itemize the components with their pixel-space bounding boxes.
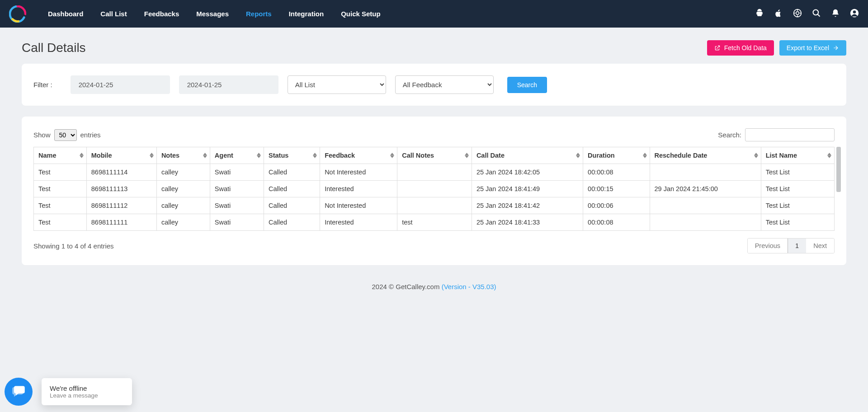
filter-label: Filter : (33, 81, 52, 89)
cell-status: Called (264, 214, 320, 231)
cell-notes: calley (156, 181, 210, 197)
entries-select[interactable]: 50 (54, 129, 77, 141)
cell-duration: 00:00:08 (583, 214, 650, 231)
table-search-label: Search: (718, 131, 741, 139)
column-duration[interactable]: Duration (583, 147, 650, 164)
table-panel: Show 50 entries Search: NameMobileNotesA… (22, 117, 846, 265)
cell-list: Test List (761, 214, 834, 231)
column-call-notes[interactable]: Call Notes (397, 147, 472, 164)
table-row: Test8698111112calleySwatiCalledNot Inter… (34, 197, 835, 214)
column-status[interactable]: Status (264, 147, 320, 164)
search-icon[interactable] (812, 9, 821, 19)
cell-agent: Swati (210, 164, 264, 181)
entries-label: entries (80, 131, 101, 139)
svg-point-4 (853, 10, 856, 14)
sort-icon (827, 153, 831, 158)
column-name[interactable]: Name (34, 147, 87, 164)
user-icon[interactable] (850, 9, 859, 19)
sort-icon (203, 153, 207, 158)
cell-feedback: Interested (320, 181, 397, 197)
pager-previous[interactable]: Previous (748, 239, 788, 253)
column-list-name[interactable]: List Name (761, 147, 834, 164)
list-select[interactable]: All List (288, 75, 386, 94)
nav-item-dashboard[interactable]: Dashboard (40, 5, 91, 22)
cell-name: Test (34, 197, 87, 214)
search-button[interactable]: Search (507, 77, 547, 93)
svg-point-2 (813, 10, 819, 15)
fetch-old-data-button[interactable]: Fetch Old Data (707, 40, 774, 56)
cell-agent: Swati (210, 197, 264, 214)
nav-item-quick-setup[interactable]: Quick Setup (333, 5, 389, 22)
cell-call_date: 25 Jan 2024 18:42:05 (472, 164, 583, 181)
cell-call_date: 25 Jan 2024 18:41:49 (472, 181, 583, 197)
sort-icon (390, 153, 394, 158)
sort-icon (754, 153, 758, 158)
column-notes[interactable]: Notes (156, 147, 210, 164)
pager-current[interactable]: 1 (788, 238, 807, 253)
scrollbar[interactable] (835, 147, 842, 231)
cell-mobile: 8698111113 (86, 181, 156, 197)
header-right-icons (755, 9, 859, 19)
cell-notes: calley (156, 164, 210, 181)
cell-list: Test List (761, 181, 834, 197)
arrow-right-icon (833, 45, 839, 51)
android-icon[interactable] (755, 9, 764, 19)
cell-call_notes (397, 181, 472, 197)
cell-mobile: 8698111112 (86, 197, 156, 214)
cell-list: Test List (761, 197, 834, 214)
cell-duration: 00:00:08 (583, 164, 650, 181)
cell-status: Called (264, 181, 320, 197)
app-logo[interactable] (9, 5, 26, 23)
top-nav-bar: DashboardCall ListFeedbacksMessagesRepor… (0, 0, 868, 28)
cell-feedback: Not Interested (320, 164, 397, 181)
cell-reschedule: 29 Jan 2024 21:45:00 (650, 181, 761, 197)
table-footer: Showing 1 to 4 of 4 entries Previous 1 N… (33, 238, 835, 253)
export-excel-button[interactable]: Export to Excel (779, 40, 846, 56)
cell-mobile: 8698111111 (86, 214, 156, 231)
call-details-table: NameMobileNotesAgentStatusFeedbackCall N… (33, 147, 835, 231)
showing-text: Showing 1 to 4 of 4 entries (33, 242, 114, 250)
cell-agent: Swati (210, 181, 264, 197)
page-footer: 2024 © GetCalley.com (Version - V35.03) (0, 276, 868, 300)
support-icon[interactable] (793, 9, 802, 19)
cell-status: Called (264, 197, 320, 214)
nav-item-messages[interactable]: Messages (188, 5, 237, 22)
cell-call_date: 25 Jan 2024 18:41:33 (472, 214, 583, 231)
cell-feedback: Not Interested (320, 197, 397, 214)
pager-next[interactable]: Next (806, 239, 834, 253)
nav-item-call-list[interactable]: Call List (92, 5, 135, 22)
sort-icon (257, 153, 261, 158)
cell-name: Test (34, 164, 87, 181)
table-search-input[interactable] (745, 128, 835, 141)
column-agent[interactable]: Agent (210, 147, 264, 164)
footer-version-link[interactable]: (Version - V35.03) (442, 283, 496, 290)
cell-call_date: 25 Jan 2024 18:41:42 (472, 197, 583, 214)
feedback-select[interactable]: All Feedback (395, 75, 494, 94)
date-from-input[interactable] (71, 75, 170, 94)
filter-panel: Filter : All List All Feedback Search (22, 64, 846, 106)
nav-item-reports[interactable]: Reports (238, 5, 280, 22)
column-call-date[interactable]: Call Date (472, 147, 583, 164)
date-to-input[interactable] (179, 75, 278, 94)
cell-name: Test (34, 214, 87, 231)
show-label: Show (33, 131, 51, 139)
table-row: Test8698111111calleySwatiCalledIntereste… (34, 214, 835, 231)
column-feedback[interactable]: Feedback (320, 147, 397, 164)
cell-call_notes (397, 164, 472, 181)
cell-feedback: Interested (320, 214, 397, 231)
sort-icon (313, 153, 317, 158)
sort-icon (150, 153, 154, 158)
apple-icon[interactable] (774, 9, 783, 19)
table-row: Test8698111114calleySwatiCalledNot Inter… (34, 164, 835, 181)
nav-item-feedbacks[interactable]: Feedbacks (136, 5, 188, 22)
export-excel-label: Export to Excel (787, 44, 829, 52)
column-mobile[interactable]: Mobile (86, 147, 156, 164)
main-nav: DashboardCall ListFeedbacksMessagesRepor… (40, 5, 389, 22)
nav-item-integration[interactable]: Integration (281, 5, 332, 22)
cell-reschedule (650, 214, 761, 231)
cell-notes: calley (156, 197, 210, 214)
fetch-old-label: Fetch Old Data (724, 44, 767, 52)
cell-duration: 00:00:15 (583, 181, 650, 197)
column-reschedule-date[interactable]: Reschedule Date (650, 147, 761, 164)
bell-icon[interactable] (831, 9, 840, 19)
